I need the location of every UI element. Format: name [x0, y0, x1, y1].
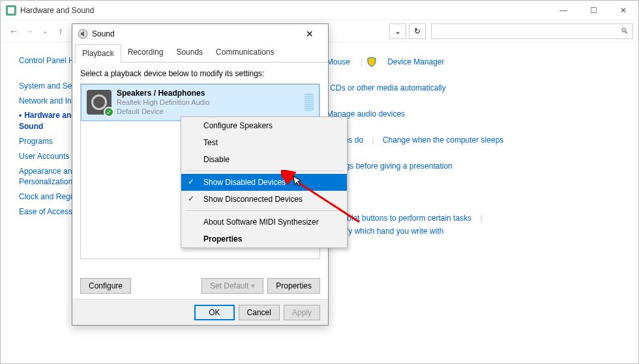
- ctx-separator-1: [185, 171, 343, 171]
- device-driver: Realtek High Definition Audio: [117, 98, 209, 107]
- tab-sounds[interactable]: Sounds: [170, 44, 209, 62]
- minimize-button[interactable]: —: [548, 1, 578, 20]
- nav-back-button[interactable]: ←: [6, 26, 22, 36]
- ok-button[interactable]: OK: [194, 305, 234, 320]
- ctx-separator-2: [185, 210, 343, 211]
- speaker-icon: ✓: [87, 90, 111, 115]
- dialog-actions: OK Cancel Apply: [72, 299, 328, 325]
- check-icon: ✓: [188, 177, 194, 186]
- set-default-button[interactable]: Set Default ▾: [201, 278, 263, 294]
- ctx-disable[interactable]: Disable: [181, 151, 347, 168]
- titlebar: Hardware and Sound — ☐ ✕: [1, 1, 638, 20]
- mouse-cursor-icon: [293, 174, 306, 188]
- nav-up-button[interactable]: ↑: [53, 26, 68, 36]
- control-panel-icon: [6, 5, 16, 16]
- dialog-footer: Configure Set Default ▾ Properties: [80, 278, 320, 294]
- dialog-titlebar: Sound ✕: [72, 24, 328, 44]
- device-item-speakers[interactable]: ✓ Speakers / Headphones Realtek High Def…: [81, 84, 320, 121]
- tab-recording[interactable]: Recording: [121, 44, 170, 62]
- ctx-show-disabled[interactable]: ✓Show Disabled Devices: [181, 174, 347, 191]
- link-device-manager[interactable]: Device Manager: [387, 57, 444, 66]
- configure-button[interactable]: Configure: [80, 278, 131, 294]
- link-sleep[interactable]: Change when the computer sleeps: [383, 135, 503, 145]
- shield-icon: [366, 57, 377, 67]
- window-controls: — ☐ ✕: [548, 1, 638, 20]
- cancel-button[interactable]: Cancel: [239, 305, 280, 320]
- search-input[interactable]: 🔍︎: [431, 23, 633, 39]
- window-title: Hardware and Sound: [20, 6, 94, 15]
- apply-button[interactable]: Apply: [284, 305, 320, 320]
- control-panel-window: Hardware and Sound — ☐ ✕ ← → ⌄ ↑ ⌄ ↻ 🔍︎ …: [0, 0, 639, 364]
- dialog-title: Sound: [92, 29, 115, 38]
- tab-communications[interactable]: Communications: [209, 44, 280, 62]
- category-sound: Manage audio devices: [320, 107, 625, 120]
- ctx-about-midi[interactable]: About Software MIDI Synthesizer: [181, 214, 347, 231]
- context-menu: Configure Speakers Test Disable ✓Show Di…: [181, 117, 348, 248]
- dialog-tabs: Playback Recording Sounds Communications: [72, 44, 328, 63]
- category-devices: Mouse | Device Manager: [320, 55, 625, 68]
- sound-icon: [78, 29, 88, 39]
- refresh-button[interactable]: ↻: [409, 23, 426, 39]
- properties-button[interactable]: Properties: [267, 278, 320, 294]
- category-power: buttons do | Change when the computer sl…: [320, 133, 625, 147]
- dialog-instruction: Select a playback device below to modify…: [80, 69, 320, 78]
- nav-history-button[interactable]: ⌄: [37, 27, 53, 35]
- link-autoplay-media[interactable]: y CDs or other media automatically: [324, 83, 446, 92]
- svg-rect-1: [8, 7, 14, 14]
- maximize-button[interactable]: ☐: [578, 1, 608, 20]
- category-autoplay: y CDs or other media automatically: [320, 81, 625, 94]
- device-text: Speakers / Headphones Realtek High Defin…: [117, 89, 209, 117]
- ctx-properties[interactable]: Properties: [181, 231, 347, 247]
- close-button[interactable]: ✕: [608, 1, 638, 20]
- link-tablet-buttons[interactable]: Set tablet buttons to perform certain ta…: [327, 214, 471, 223]
- category-mobility: settings before giving a presentation: [320, 160, 625, 173]
- nav-forward-button[interactable]: →: [22, 26, 37, 36]
- dialog-close-button[interactable]: ✕: [297, 29, 323, 39]
- link-mouse[interactable]: Mouse: [327, 57, 350, 66]
- category-tablet: Set tablet buttons to perform certain ta…: [320, 212, 625, 238]
- check-icon: ✓: [188, 194, 194, 203]
- device-status: Default Device: [117, 107, 209, 116]
- device-name: Speakers / Headphones: [117, 89, 209, 98]
- ctx-configure-speakers[interactable]: Configure Speakers: [181, 117, 347, 134]
- address-dropdown-button[interactable]: ⌄: [389, 23, 406, 39]
- level-meter: [305, 94, 314, 111]
- ctx-show-disconnected[interactable]: ✓Show Disconnected Devices: [181, 191, 347, 208]
- search-icon: 🔍︎: [621, 27, 629, 36]
- tab-playback[interactable]: Playback: [75, 44, 121, 63]
- ctx-test[interactable]: Test: [181, 134, 347, 151]
